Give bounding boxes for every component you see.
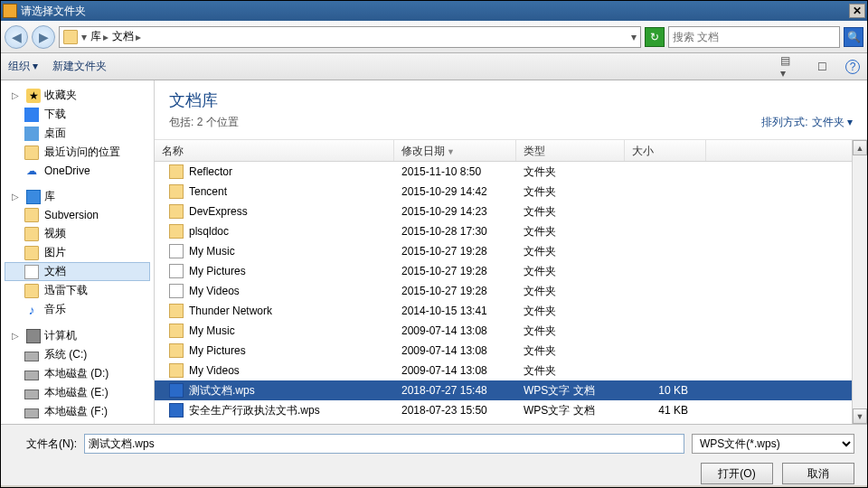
folder-icon bbox=[169, 324, 184, 338]
page-subtitle: 包括: 2 个位置 bbox=[169, 115, 239, 130]
folder-icon bbox=[24, 227, 39, 241]
file-row[interactable]: Tencent2015-10-29 14:42文件夹 bbox=[155, 182, 852, 202]
drive-icon bbox=[24, 371, 39, 380]
folder-icon bbox=[169, 224, 184, 239]
sidebar-item[interactable]: 下载 bbox=[5, 105, 150, 124]
sidebar: ▷★收藏夹 下载桌面最近访问的位置☁OneDrive ▷库 Subversion… bbox=[1, 80, 155, 424]
address-bar[interactable]: ▾ 库 ▸ 文档 ▸ ▾ bbox=[59, 26, 641, 48]
new-folder-button[interactable]: 新建文件夹 bbox=[52, 59, 107, 74]
sidebar-item[interactable]: 最近访问的位置 bbox=[5, 143, 150, 162]
file-row[interactable]: 安全生产行政执法文书.wps2018-07-23 15:50WPS文字 文档41… bbox=[155, 400, 852, 420]
sidebar-item[interactable]: 本地磁盘 (D:) bbox=[5, 364, 150, 383]
breadcrumb-dropdown-icon[interactable]: ▾ bbox=[81, 31, 87, 43]
help-icon[interactable]: ? bbox=[845, 60, 860, 74]
forward-button[interactable]: ▶ bbox=[32, 25, 55, 49]
arrange-by[interactable]: 排列方式: 文件夹 ▾ bbox=[761, 115, 853, 130]
column-date[interactable]: 修改日期▼ bbox=[394, 140, 516, 161]
file-row[interactable]: My Music2009-07-14 13:08文件夹 bbox=[155, 321, 852, 341]
sidebar-favorites: ▷★收藏夹 下载桌面最近访问的位置☁OneDrive bbox=[5, 86, 150, 180]
filename-label: 文件名(N): bbox=[14, 436, 77, 452]
preview-pane-icon[interactable]: ☐ bbox=[813, 58, 831, 76]
sidebar-item[interactable]: Subversion bbox=[5, 206, 150, 224]
cancel-button[interactable]: 取消 bbox=[782, 463, 854, 484]
close-button[interactable]: ✕ bbox=[849, 4, 865, 18]
titlebar: 请选择文件夹 ✕ bbox=[1, 1, 867, 21]
sidebar-item[interactable]: ☁OneDrive bbox=[5, 162, 150, 180]
sidebar-libraries-header[interactable]: ▷库 bbox=[5, 187, 150, 206]
file-row[interactable]: 测试文档.wps2018-07-27 15:48WPS文字 文档10 KB bbox=[155, 380, 852, 400]
folder-icon bbox=[169, 204, 184, 219]
folder-icon bbox=[169, 164, 184, 179]
column-size[interactable]: 大小 bbox=[625, 140, 706, 161]
chevron-down-icon[interactable]: ▾ bbox=[631, 31, 637, 43]
filename-input[interactable] bbox=[84, 434, 684, 454]
sidebar-computer: ▷计算机 系统 (C:)本地磁盘 (D:)本地磁盘 (E:)本地磁盘 (F:) bbox=[5, 326, 150, 421]
desk-icon bbox=[24, 127, 39, 141]
sidebar-item[interactable]: 桌面 bbox=[5, 124, 150, 143]
file-row[interactable]: plsqldoc2015-10-28 17:30文件夹 bbox=[155, 221, 852, 241]
sidebar-item[interactable]: 本地磁盘 (F:) bbox=[5, 402, 150, 421]
sidebar-item[interactable]: 文档 bbox=[5, 262, 150, 281]
file-row[interactable]: Thunder Network2014-10-15 13:41文件夹 bbox=[155, 301, 852, 321]
search-input[interactable] bbox=[673, 31, 835, 43]
scroll-up-icon[interactable]: ▲ bbox=[853, 140, 867, 155]
file-row[interactable]: My Pictures2009-07-14 13:08文件夹 bbox=[155, 341, 852, 361]
scroll-down-icon[interactable]: ▼ bbox=[853, 408, 867, 424]
page-title: 文档库 bbox=[169, 89, 239, 111]
folder-icon bbox=[169, 343, 184, 358]
sidebar-item[interactable]: ♪音乐 bbox=[5, 300, 150, 319]
wps-icon bbox=[169, 383, 184, 398]
folder-icon bbox=[24, 145, 39, 160]
doc-icon bbox=[24, 265, 39, 279]
refresh-button[interactable]: ↻ bbox=[645, 27, 665, 47]
search-box[interactable] bbox=[668, 26, 840, 48]
content-pane: ▷★收藏夹 下载桌面最近访问的位置☁OneDrive ▷库 Subversion… bbox=[1, 80, 867, 424]
toolbar: 组织 ▾ 新建文件夹 ▤ ▾ ☐ ? bbox=[1, 53, 867, 80]
sidebar-item[interactable]: 视频 bbox=[5, 224, 150, 243]
computer-icon bbox=[26, 329, 41, 343]
sidebar-item[interactable]: 迅雷下载 bbox=[5, 281, 150, 300]
file-row[interactable]: My Music2015-10-27 19:28文件夹 bbox=[155, 241, 852, 261]
short-icon bbox=[169, 264, 184, 278]
library-icon bbox=[26, 190, 41, 204]
column-type[interactable]: 类型 bbox=[516, 140, 625, 161]
sidebar-item[interactable]: 本地磁盘 (E:) bbox=[5, 383, 150, 402]
main-pane: 文档库 包括: 2 个位置 排列方式: 文件夹 ▾ 名称 修改日期▼ 类型 大小… bbox=[155, 80, 867, 424]
organize-menu[interactable]: 组织 ▾ bbox=[8, 59, 38, 74]
sort-desc-icon: ▼ bbox=[447, 147, 455, 156]
sidebar-favorites-header[interactable]: ▷★收藏夹 bbox=[5, 86, 150, 105]
window-title: 请选择文件夹 bbox=[21, 4, 849, 19]
drive-icon bbox=[24, 408, 39, 418]
star-icon: ★ bbox=[26, 89, 41, 103]
back-button[interactable]: ◀ bbox=[5, 25, 28, 49]
column-name[interactable]: 名称 bbox=[155, 140, 394, 161]
file-row[interactable]: My Videos2009-07-14 13:08文件夹 bbox=[155, 361, 852, 380]
search-button[interactable]: 🔍 bbox=[844, 27, 863, 47]
file-row[interactable]: Reflector2015-11-10 8:50文件夹 bbox=[155, 162, 852, 182]
navbar: ◀ ▶ ▾ 库 ▸ 文档 ▸ ▾ ↻ 🔍 bbox=[1, 21, 867, 53]
view-switch-icon[interactable]: ▤ ▾ bbox=[780, 58, 798, 76]
folder-icon bbox=[169, 363, 184, 378]
scrollbar-vertical[interactable]: ▲ ▼ bbox=[852, 140, 867, 424]
sidebar-item[interactable]: 系统 (C:) bbox=[5, 345, 150, 364]
breadcrumb-seg[interactable]: 文档 ▸ bbox=[112, 29, 141, 44]
file-row[interactable]: My Videos2015-10-27 19:28文件夹 bbox=[155, 281, 852, 301]
folder-icon bbox=[169, 184, 184, 199]
file-row[interactable]: My Pictures2015-10-27 19:28文件夹 bbox=[155, 261, 852, 281]
folder-icon bbox=[24, 246, 39, 260]
app-icon bbox=[3, 4, 17, 18]
short-icon bbox=[169, 244, 184, 258]
drive-icon bbox=[24, 352, 39, 361]
open-button[interactable]: 打开(O) bbox=[701, 463, 773, 484]
breadcrumb-seg[interactable]: 库 ▸ bbox=[90, 29, 108, 44]
dl-icon bbox=[24, 108, 39, 122]
sidebar-computer-header[interactable]: ▷计算机 bbox=[5, 326, 150, 345]
cloud-icon: ☁ bbox=[24, 164, 39, 178]
folder-icon bbox=[24, 284, 39, 298]
wps-icon bbox=[169, 403, 184, 418]
file-row[interactable]: DevExpress2015-10-29 14:23文件夹 bbox=[155, 202, 852, 221]
folder-icon bbox=[169, 304, 184, 318]
music-icon: ♪ bbox=[24, 303, 39, 317]
file-type-filter[interactable]: WPS文件(*.wps) bbox=[692, 434, 854, 454]
sidebar-item[interactable]: 图片 bbox=[5, 243, 150, 262]
